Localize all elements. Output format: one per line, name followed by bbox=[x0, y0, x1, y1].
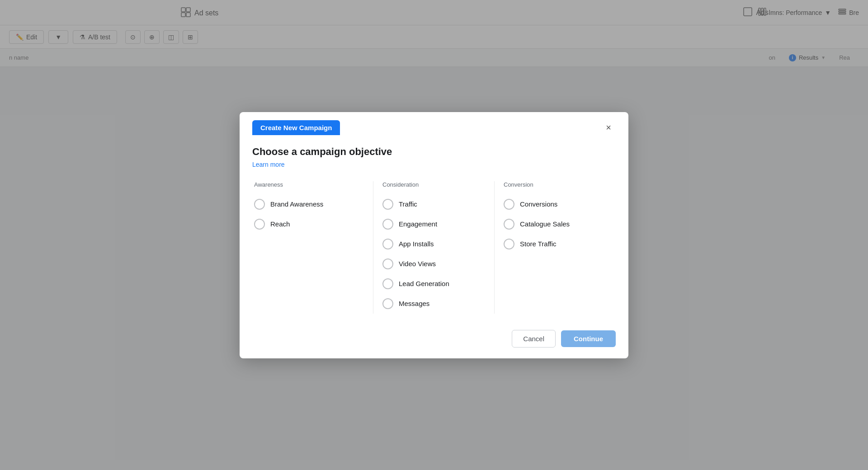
store-traffic-radio[interactable] bbox=[504, 239, 514, 249]
brand-awareness-option[interactable]: Brand Awareness bbox=[252, 194, 366, 214]
lead-generation-radio[interactable] bbox=[382, 278, 393, 289]
store-traffic-option[interactable]: Store Traffic bbox=[502, 234, 609, 254]
conversions-label: Conversions bbox=[520, 200, 557, 208]
consideration-column: Consideration Traffic Engagement App Ins… bbox=[373, 181, 495, 314]
reach-option[interactable]: Reach bbox=[252, 214, 366, 234]
app-installs-label: App Installs bbox=[399, 240, 434, 248]
messages-option[interactable]: Messages bbox=[381, 294, 487, 314]
brand-awareness-label: Brand Awareness bbox=[270, 200, 323, 208]
awareness-column: Awareness Brand Awareness Reach bbox=[252, 181, 373, 314]
app-installs-option[interactable]: App Installs bbox=[381, 234, 487, 254]
modal-title: Create New Campaign bbox=[252, 120, 340, 135]
close-icon: × bbox=[606, 122, 611, 133]
conversion-column-label: Conversion bbox=[502, 181, 609, 188]
close-button[interactable]: × bbox=[601, 120, 616, 135]
engagement-option[interactable]: Engagement bbox=[381, 214, 487, 234]
video-views-label: Video Views bbox=[399, 260, 436, 268]
cancel-button[interactable]: Cancel bbox=[512, 330, 556, 348]
conversions-option[interactable]: Conversions bbox=[502, 194, 609, 214]
awareness-column-label: Awareness bbox=[252, 181, 366, 188]
catalogue-sales-label: Catalogue Sales bbox=[520, 220, 570, 228]
app-installs-radio[interactable] bbox=[382, 239, 393, 249]
engagement-label: Engagement bbox=[399, 220, 437, 228]
messages-label: Messages bbox=[399, 300, 429, 307]
lead-generation-label: Lead Generation bbox=[399, 280, 449, 287]
create-campaign-modal: Create New Campaign × Choose a campaign … bbox=[240, 112, 628, 358]
store-traffic-label: Store Traffic bbox=[520, 240, 557, 248]
brand-awareness-radio[interactable] bbox=[254, 199, 265, 210]
traffic-radio[interactable] bbox=[382, 199, 393, 210]
modal-overlay: Create New Campaign × Choose a campaign … bbox=[0, 0, 868, 470]
continue-button[interactable]: Continue bbox=[561, 330, 616, 347]
catalogue-sales-option[interactable]: Catalogue Sales bbox=[502, 214, 609, 234]
modal-footer: Cancel Continue bbox=[240, 323, 628, 358]
objectives-grid: Awareness Brand Awareness Reach Consider… bbox=[252, 181, 616, 314]
reach-label: Reach bbox=[270, 220, 290, 228]
conversions-radio[interactable] bbox=[504, 199, 514, 210]
traffic-label: Traffic bbox=[399, 200, 417, 208]
modal-body: Choose a campaign objective Learn more A… bbox=[240, 135, 628, 323]
catalogue-sales-radio[interactable] bbox=[504, 219, 514, 230]
messages-radio[interactable] bbox=[382, 298, 393, 309]
consideration-column-label: Consideration bbox=[381, 181, 487, 188]
video-views-option[interactable]: Video Views bbox=[381, 254, 487, 274]
modal-headline: Choose a campaign objective bbox=[252, 146, 616, 158]
learn-more-link[interactable]: Learn more bbox=[252, 161, 285, 168]
conversion-column: Conversion Conversions Catalogue Sales S… bbox=[495, 181, 616, 314]
traffic-option[interactable]: Traffic bbox=[381, 194, 487, 214]
lead-generation-option[interactable]: Lead Generation bbox=[381, 274, 487, 294]
engagement-radio[interactable] bbox=[382, 219, 393, 230]
video-views-radio[interactable] bbox=[382, 258, 393, 269]
reach-radio[interactable] bbox=[254, 219, 265, 230]
modal-header: Create New Campaign × bbox=[240, 112, 628, 135]
